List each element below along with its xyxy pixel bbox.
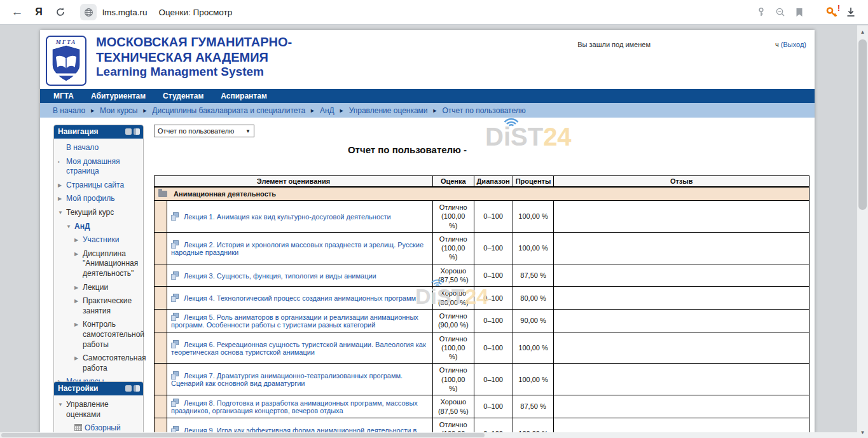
tree-marker-icon: ▼ [58,400,66,420]
grade-table-row: Лекция 7. Драматургия анимационно-театра… [155,364,809,395]
col-header-percent: Проценты [513,176,554,188]
lesson-icon [171,294,179,302]
sidebar-tree-item[interactable]: ▶ Мой профиль [58,194,141,204]
range-cell: 0–100 [474,201,513,233]
range-cell: 0–100 [474,332,513,364]
grade-cell: Отлично(90,00 %) [433,309,474,332]
breadcrumb-link[interactable]: Отчет по пользователю [443,106,526,115]
login-name-fragment: ч [775,41,779,48]
tree-item-label: Страницы сайта [66,181,124,191]
breadcrumb-link[interactable]: В начало [53,106,85,115]
grade-item-link[interactable]: Лекция 8. Подготовка и разработка анимац… [171,399,418,414]
range-cell: 0–100 [474,232,513,264]
sidebar-tree-item[interactable]: ▶ Самостоятельная работа [58,353,141,373]
back-button[interactable]: ← [6,3,28,22]
feedback-cell [554,287,809,310]
download-button[interactable] [841,3,860,22]
range-cell: 0–100 [474,364,513,395]
lesson-icon [171,399,179,407]
grade-table-row: Лекция 6. Рекреационная сущность туристс… [155,332,809,364]
zoom-page-icon[interactable] [771,3,790,22]
address-url[interactable]: lms.mgta.ru [102,8,148,17]
academy-logo[interactable]: МГТА [46,36,86,86]
indent-cell [155,287,167,310]
percent-cell: 100,00 % [513,332,554,364]
grade-cell: Хорошо(87,50 %) [433,395,474,418]
range-cell: 0–100 [474,264,513,287]
sidebar-tree-item[interactable]: ▼ Текущий курс [58,208,141,218]
grade-table-row: Лекция 2. История и хронология массовых … [155,232,809,264]
bookmark-icon[interactable] [790,3,809,22]
sidebar-tree-item[interactable]: ▶ Контроль самостоятельной работы [58,320,141,350]
site-header: МГТА МОСКОВСКАЯ ГУМАНИТАРНО- ТЕХНИЧЕСКАЯ… [40,30,815,89]
sidebar-tree-item[interactable]: ▶ Практические занятия [58,296,141,316]
grade-table-row: Лекция 3. Сущность, функция, типология и… [155,264,809,287]
horizontal-scrollbar[interactable] [0,432,857,438]
main-menu-item[interactable]: Абитуриентам [91,92,146,100]
vertical-scrollbar[interactable]: ▲ ▼ [857,25,868,438]
tree-marker-icon: ▶ [58,194,66,204]
tree-marker-icon: ▶ [74,249,83,279]
tree-marker-icon: ▶ [74,283,83,293]
tree-item-label: Текущий курс [66,208,114,218]
sidebar-tree-item[interactable]: ▶ Дисциплина "Анимационная деятельность" [58,249,141,279]
category-name: Анимационная деятельность [174,190,276,198]
grade-item-link[interactable]: Лекция 7. Драматургия анимационно-театра… [171,372,403,387]
breadcrumb-link[interactable]: Управление оценками [349,106,428,115]
grade-cell: Хорошо(80,00 %) [433,287,474,310]
scroll-up-arrow[interactable]: ▲ [857,27,868,37]
grade-cell: Отлично(100,00 %) [433,332,474,364]
logout-link[interactable]: (Выход) [781,41,806,48]
main-menu-item[interactable]: Студентам [163,92,203,100]
main-menu-item[interactable]: МГТА [53,92,74,100]
main-menu: МГТААбитуриентамСтудентамАспирантам [40,89,815,103]
sidebar-tree-item[interactable]: ▶ Лекции [58,283,141,293]
block-dock-icon[interactable] [134,128,140,135]
vertical-scrollbar-thumb[interactable] [858,39,867,210]
refresh-button[interactable] [50,3,71,22]
site-globe-icon[interactable] [80,4,97,20]
password-manager-icon[interactable] [752,3,771,22]
sidebar-tree-item[interactable]: ▪ Моя домашняя страница [58,157,141,177]
range-cell: 0–100 [474,395,513,418]
grade-item-link[interactable]: Лекция 4. Технологический процесс создан… [184,294,416,302]
yandex-browser-icon[interactable]: Я [28,3,50,22]
academy-crest-icon [52,45,81,82]
tree-marker-icon: ▼ [66,222,74,232]
sidebar-tree-item[interactable]: ▶ Участники [58,235,141,245]
breadcrumb-link[interactable]: Мои курсы [100,106,137,115]
block-dock-icon[interactable] [134,385,140,392]
block-collapse-icon[interactable] [125,385,132,392]
grade-item-cell: Лекция 4. Технологический процесс создан… [167,287,433,310]
col-header-feedback: Отзыв [554,176,809,188]
indent-cell [155,201,167,233]
grades-table: Элемент оценивания Оценка Диапазон Проце… [154,175,809,438]
grade-item-link[interactable]: Лекция 5. Роль аниматоров в организации … [171,313,418,329]
extension-key-icon[interactable]: ! [822,3,841,22]
grade-item-link[interactable]: Лекция 1. Анимация как вид культурно-дос… [184,213,391,221]
block-collapse-icon[interactable] [125,128,132,135]
settings-block-title: Настройки [58,384,98,393]
folder-icon [158,191,167,197]
range-cell: 0–100 [474,287,513,310]
breadcrumb-link[interactable]: АнД [320,106,334,115]
tree-item-label: Управление оценками [66,400,141,420]
toolbar-divider [813,4,813,20]
report-type-select[interactable]: Отчет по пользователю ▼ [154,125,254,137]
breadcrumb-link[interactable]: Дисциплины бакалавриата и специалитета [152,106,305,115]
grade-item-link[interactable]: Лекция 6. Рекреационная сущность туристс… [171,341,426,356]
sidebar-tree-item[interactable]: ▼ АнД [58,222,141,232]
lms-subtitle: Learning Managment System [96,65,292,79]
lesson-icon [171,212,179,221]
percent-cell: 100,00 % [513,232,554,264]
horizontal-scrollbar-thumb[interactable] [1,433,485,437]
grade-item-link[interactable]: Лекция 2. История и хронология массовых … [171,241,424,256]
main-menu-item[interactable]: Аспирантам [221,92,267,100]
sidebar-tree-item[interactable]: ▶ Страницы сайта [58,181,141,191]
sidebar-tree-item[interactable]: ▼ Управление оценками [58,400,141,420]
tree-marker-icon [58,143,66,153]
grade-item-cell: Лекция 1. Анимация как вид культурно-дос… [167,201,433,233]
range-cell: 0–100 [474,309,513,332]
scroll-down-arrow[interactable]: ▼ [857,427,868,437]
grade-item-link[interactable]: Лекция 3. Сущность, функция, типология и… [184,272,376,280]
